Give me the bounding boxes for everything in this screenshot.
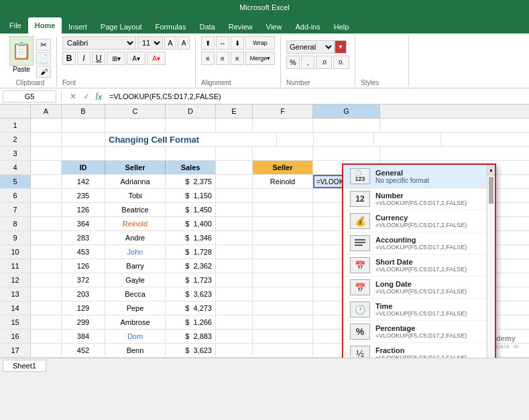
cell-b8[interactable]: 364	[62, 217, 105, 230]
border-button[interactable]: ⊞▾	[107, 52, 125, 65]
cell-f12[interactable]	[253, 273, 313, 287]
cell-b14[interactable]: 129	[62, 301, 105, 315]
tab-review[interactable]: Review	[222, 20, 259, 33]
cell-a14[interactable]	[31, 301, 62, 315]
cell-a11[interactable]	[31, 259, 62, 273]
cell-f17[interactable]	[253, 344, 313, 357]
cell-b9[interactable]: 283	[62, 231, 105, 244]
cell-b13[interactable]: 203	[62, 287, 105, 301]
align-center-button[interactable]: ≡	[216, 52, 229, 65]
font-size-select[interactable]: 11	[137, 36, 163, 50]
cell-a10[interactable]	[31, 245, 62, 259]
increase-decimal-button[interactable]: .0	[316, 56, 332, 69]
wrap-text-button[interactable]: Wrap	[245, 36, 275, 50]
cell-b4[interactable]: ID	[62, 161, 105, 174]
cell-b5[interactable]: 142	[62, 175, 105, 188]
merge-button[interactable]: Merge▾	[245, 52, 275, 65]
cancel-formula-button[interactable]: ✕	[68, 91, 78, 102]
cell-a4[interactable]	[31, 161, 62, 174]
cell-e14[interactable]	[216, 301, 253, 315]
align-top-button[interactable]: ⬆	[201, 36, 215, 50]
cell-c5[interactable]: Adrianna	[105, 175, 166, 188]
cell-g2[interactable]	[374, 133, 441, 146]
col-header-f[interactable]: F	[253, 104, 313, 118]
cell-a13[interactable]	[31, 287, 62, 301]
cell-c7[interactable]: Beatrice	[105, 203, 166, 216]
cell-g1[interactable]	[313, 119, 380, 132]
cell-f3[interactable]	[253, 147, 313, 160]
font-color-button[interactable]: A▾	[147, 52, 166, 65]
align-middle-button[interactable]: ↔	[216, 36, 229, 50]
cell-b7[interactable]: 126	[62, 203, 105, 216]
cell-e7[interactable]	[216, 203, 253, 216]
cell-f4[interactable]: Seller	[253, 161, 313, 174]
cell-c4[interactable]: Seller	[105, 161, 166, 174]
col-header-g[interactable]: G	[313, 104, 380, 118]
cell-d3[interactable]	[166, 147, 216, 160]
cell-d10[interactable]: $ 1,728	[166, 245, 216, 259]
cell-d14[interactable]: $ 4,273	[166, 301, 216, 315]
cell-d13[interactable]: $ 3,623	[166, 287, 216, 301]
cell-d17[interactable]: $ 3,623	[166, 344, 216, 357]
cell-e15[interactable]	[216, 316, 253, 329]
cell-e17[interactable]	[216, 344, 253, 357]
percent-button[interactable]: %	[286, 56, 300, 69]
font-name-select[interactable]: Calibri	[62, 36, 136, 50]
cell-e4[interactable]	[216, 161, 253, 174]
cell-c11[interactable]: Barry	[105, 259, 166, 273]
cell-f15[interactable]	[253, 316, 313, 329]
tab-formulas[interactable]: Formulas	[149, 20, 193, 33]
cell-b1[interactable]	[62, 119, 105, 132]
cell-e9[interactable]	[216, 231, 253, 244]
cell-a6[interactable]	[31, 189, 62, 202]
number-format-dropdown-button[interactable]: ▼	[335, 40, 347, 54]
cell-d8[interactable]: $ 1,400	[166, 217, 216, 230]
dropdown-item-long-date[interactable]: 📅 Long Date =VLOOKUP(F5,C5:D17,2,FALSE)	[343, 277, 495, 299]
cell-e6[interactable]	[216, 189, 253, 202]
comma-button[interactable]: ,	[301, 56, 314, 69]
cell-e10[interactable]	[216, 245, 253, 259]
increase-font-button[interactable]: A	[164, 36, 176, 50]
col-header-e[interactable]: E	[216, 104, 253, 118]
cell-c9[interactable]: Andre	[105, 231, 166, 244]
decrease-decimal-button[interactable]: 0.	[333, 56, 349, 69]
cell-c12[interactable]: Gayle	[105, 273, 166, 287]
format-painter-button[interactable]: 🖌	[36, 66, 51, 78]
cell-b10[interactable]: 453	[62, 245, 105, 259]
cell-e13[interactable]	[216, 287, 253, 301]
cell-f9[interactable]	[253, 231, 313, 244]
dropdown-item-accounting[interactable]: Accounting =VLOOKUP(F5,C5:D17,2,FALSE)	[343, 232, 495, 255]
italic-button[interactable]: I	[77, 52, 91, 65]
cut-button[interactable]: ✂	[36, 39, 51, 51]
tab-view[interactable]: View	[259, 20, 289, 33]
tab-data[interactable]: Data	[192, 20, 221, 33]
dropdown-item-time[interactable]: 🕐 Time =VLOOKUP(F5,C5:D17,2,FALSE)	[343, 299, 495, 321]
dropdown-item-fraction[interactable]: ½ Fraction =VLOOKUP(F5,C5:D17,2,FALSE)	[343, 343, 495, 358]
cell-e16[interactable]	[216, 330, 253, 343]
align-bottom-button[interactable]: ⬇	[231, 36, 244, 50]
cell-a9[interactable]	[31, 231, 62, 244]
cell-a17[interactable]	[31, 344, 62, 357]
cell-b12[interactable]: 372	[62, 273, 105, 287]
paste-button[interactable]: 📋 Paste	[9, 36, 34, 73]
cell-f10[interactable]	[253, 245, 313, 259]
cell-a1[interactable]	[31, 119, 62, 132]
dropdown-item-short-date[interactable]: 📅 Short Date =VLOOKUP(F5,C5:D17,2,FALSE)	[343, 255, 495, 277]
cell-d1[interactable]	[166, 119, 216, 132]
cell-a3[interactable]	[31, 147, 62, 160]
underline-button[interactable]: U	[92, 52, 105, 65]
cell-b16[interactable]: 384	[62, 330, 105, 343]
fill-color-button[interactable]: A▾	[127, 52, 145, 65]
cell-c6[interactable]: Tobi	[105, 189, 166, 202]
cell-f2[interactable]	[314, 133, 374, 146]
number-format-select[interactable]: General	[286, 40, 335, 54]
cell-d11[interactable]: $ 2,362	[166, 259, 216, 273]
cell-g3[interactable]	[313, 147, 380, 160]
cell-f6[interactable]	[253, 189, 313, 202]
align-right-button[interactable]: ≡	[231, 52, 244, 65]
cell-f8[interactable]	[253, 217, 313, 230]
cell-e8[interactable]	[216, 217, 253, 230]
cell-d9[interactable]: $ 1,346	[166, 231, 216, 244]
cell-f13[interactable]	[253, 287, 313, 301]
formula-input[interactable]: =VLOOKUP(F5,C5:D17,2,FALSE)	[106, 90, 526, 102]
